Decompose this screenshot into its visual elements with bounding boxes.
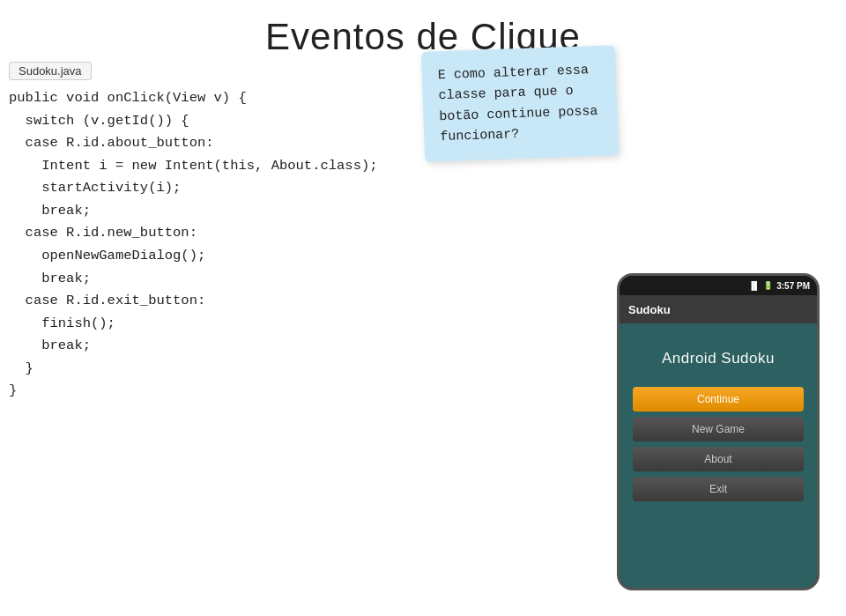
callout-note: E como alterar essa classe para que o bo… (421, 45, 619, 162)
signal-icon: ▐▌ (748, 281, 760, 290)
app-header: Sudoku (620, 295, 817, 323)
phone-outer: ▐▌ 🔋 3:57 PM Sudoku Android Sudoku Conti… (617, 273, 820, 590)
phone-mockup: ▐▌ 🔋 3:57 PM Sudoku Android Sudoku Conti… (617, 273, 828, 599)
app-title: Android Sudoku (662, 350, 775, 367)
new-game-button[interactable]: New Game (633, 417, 804, 442)
battery-icon: 🔋 (763, 281, 773, 290)
status-bar: ▐▌ 🔋 3:57 PM (620, 276, 817, 295)
app-content: Android Sudoku Continue New Game About E… (620, 323, 817, 590)
continue-button[interactable]: Continue (633, 387, 804, 412)
file-badge: Sudoku.java (9, 62, 92, 80)
status-time: 3:57 PM (776, 281, 810, 291)
exit-button[interactable]: Exit (633, 477, 804, 501)
app-header-label: Sudoku (628, 303, 671, 316)
about-button[interactable]: About (633, 447, 804, 471)
